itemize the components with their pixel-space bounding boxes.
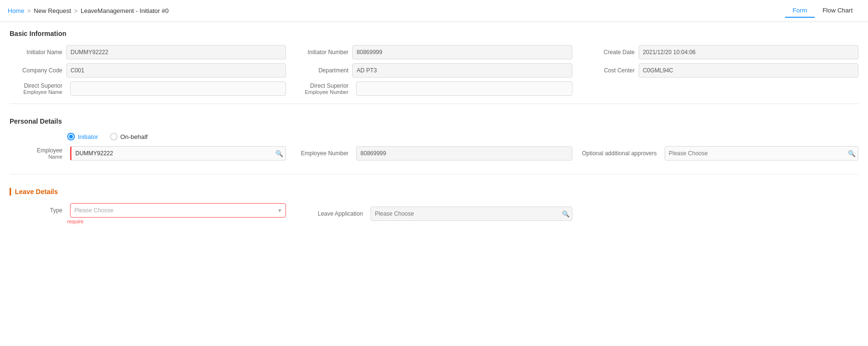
company-code-field: Company Code xyxy=(10,63,286,78)
radio-initiator[interactable]: Initiator xyxy=(67,133,98,140)
cost-center-field: Cost Center xyxy=(582,63,858,78)
cost-center-input xyxy=(639,63,858,78)
direct-superior-num-field: Direct Superior Employee Number xyxy=(296,81,572,96)
employee-search-icon[interactable]: 🔍 xyxy=(275,150,283,157)
radio-initiator-label: Initiator xyxy=(78,133,98,140)
type-select-wrap: Please Choose ▼ xyxy=(70,203,286,218)
department-label: Department xyxy=(296,67,348,74)
type-label: Type xyxy=(10,207,62,214)
optional-approvers-input-wrap: 🔍 xyxy=(665,146,858,161)
employee-number-label: Employee Number xyxy=(296,150,348,157)
personal-details-fields: Employee Name 🔍 Employee Number Optional… xyxy=(10,146,858,161)
employee-sub-label: Name xyxy=(48,154,62,160)
company-code-label: Company Code xyxy=(10,67,62,74)
breadcrumb-sep2: > xyxy=(74,7,78,14)
breadcrumb-current: LeaveManagement - Initiator #0 xyxy=(81,7,169,14)
department-field: Department xyxy=(296,63,572,78)
breadcrumb-home[interactable]: Home xyxy=(8,7,24,14)
basic-info-row3: Direct Superior Employee Name Direct Sup… xyxy=(10,81,858,96)
create-date-input xyxy=(639,45,858,59)
leave-details-title: Leave Details xyxy=(10,188,858,196)
header: Home > New Request > LeaveManagement - I… xyxy=(0,0,868,22)
breadcrumb: Home > New Request > LeaveManagement - I… xyxy=(8,7,168,14)
direct-superior-num-input[interactable] xyxy=(356,81,572,96)
company-code-input xyxy=(66,63,286,78)
employee-label: Employee xyxy=(37,147,62,154)
personal-details-section: Personal Details Initiator On-behalf Emp… xyxy=(10,112,858,166)
breadcrumb-sep1: > xyxy=(27,7,31,14)
direct-superior-num-label: Direct Superior xyxy=(310,82,348,89)
type-field-wrap: Type Please Choose ▼ require xyxy=(10,203,286,224)
initiator-name-input xyxy=(66,45,286,59)
optional-approvers-label: Optional additional approvers xyxy=(582,150,657,157)
leave-app-input[interactable] xyxy=(370,207,572,221)
leave-application-field: Leave Application 🔍 xyxy=(296,203,572,224)
basic-information-section: Basic Information Initiator Name Initiat… xyxy=(10,30,858,96)
direct-superior-emp-label: Direct Superior xyxy=(24,82,62,89)
main-content: Basic Information Initiator Name Initiat… xyxy=(0,22,868,238)
create-date-field: Create Date xyxy=(582,45,858,59)
initiator-number-input xyxy=(352,45,572,59)
direct-superior-emp-input[interactable] xyxy=(70,81,286,96)
leave-details-fields: Type Please Choose ▼ require Leave Appli… xyxy=(10,203,858,224)
employee-input-wrap: 🔍 xyxy=(70,146,286,161)
divider-1 xyxy=(10,104,858,104)
initiator-name-field: Initiator Name xyxy=(10,45,286,59)
direct-superior-num-sub: Employee Number xyxy=(305,89,348,95)
optional-approvers-search-icon[interactable]: 🔍 xyxy=(848,150,856,157)
tab-form[interactable]: Form xyxy=(785,4,815,18)
basic-info-row1: Initiator Name Initiator Number Create D… xyxy=(10,45,858,59)
breadcrumb-new-request[interactable]: New Request xyxy=(34,7,71,14)
tab-flowchart[interactable]: Flow Chart xyxy=(815,4,860,18)
employee-number-field: Employee Number xyxy=(296,146,572,161)
leave-app-input-wrap: 🔍 xyxy=(370,207,572,221)
header-tabs: Form Flow Chart xyxy=(785,4,860,18)
radio-on-behalf-circle xyxy=(110,133,118,140)
leave-app-search-icon[interactable]: 🔍 xyxy=(562,210,570,218)
employee-field-wrap: Employee Name 🔍 xyxy=(10,146,286,161)
employee-field: Employee Name 🔍 xyxy=(10,146,286,161)
leave-application-label: Leave Application xyxy=(296,210,363,217)
optional-approvers-field: Optional additional approvers 🔍 xyxy=(582,146,858,161)
personal-details-title: Personal Details xyxy=(10,117,858,125)
create-date-label: Create Date xyxy=(582,49,635,56)
direct-superior-emp-field: Direct Superior Employee Name xyxy=(10,81,286,96)
employee-name-input[interactable] xyxy=(70,146,286,161)
initiator-number-label: Initiator Number xyxy=(296,49,348,56)
radio-initiator-circle xyxy=(67,133,75,140)
initiator-name-label: Initiator Name xyxy=(10,49,62,56)
leave-details-spacer xyxy=(582,203,858,224)
cost-center-label: Cost Center xyxy=(582,67,635,74)
divider-2 xyxy=(10,174,858,174)
employee-number-input xyxy=(356,146,572,161)
department-input xyxy=(352,63,572,78)
radio-on-behalf[interactable]: On-behalf xyxy=(110,133,148,140)
radio-group: Initiator On-behalf xyxy=(67,133,858,140)
basic-info-row3-spacer xyxy=(582,81,858,96)
optional-approvers-input[interactable] xyxy=(665,146,858,161)
leave-details-section: Leave Details Type Please Choose ▼ requi… xyxy=(10,182,858,230)
basic-info-row2: Company Code Department Cost Center xyxy=(10,63,858,78)
type-require-text: require xyxy=(67,219,286,224)
basic-info-title: Basic Information xyxy=(10,30,858,37)
radio-on-behalf-label: On-behalf xyxy=(120,133,148,140)
direct-superior-emp-sub: Employee Name xyxy=(24,89,62,95)
initiator-number-field: Initiator Number xyxy=(296,45,572,59)
type-field: Type Please Choose ▼ xyxy=(10,203,286,218)
type-select[interactable]: Please Choose xyxy=(70,203,286,218)
